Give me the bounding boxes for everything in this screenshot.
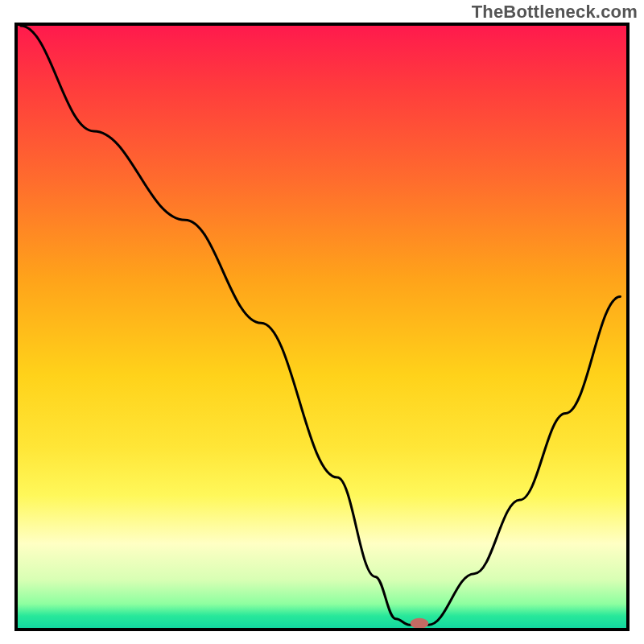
curve-layer (18, 26, 626, 628)
watermark-text: TheBottleneck.com (472, 2, 638, 23)
chart-figure: TheBottleneck.com (0, 0, 644, 644)
optimal-point-marker (411, 618, 429, 628)
plot-area (14, 23, 630, 631)
bottleneck-curve (21, 26, 621, 625)
